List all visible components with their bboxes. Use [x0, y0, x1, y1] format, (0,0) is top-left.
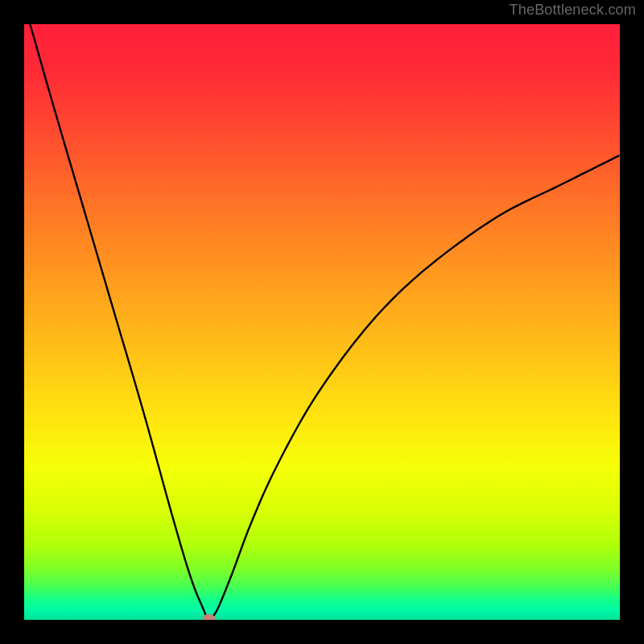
plot-area	[24, 24, 620, 620]
watermark: TheBottleneck.com	[510, 2, 636, 19]
curve-layer	[24, 24, 620, 620]
chart-frame: TheBottleneck.com	[0, 0, 644, 644]
